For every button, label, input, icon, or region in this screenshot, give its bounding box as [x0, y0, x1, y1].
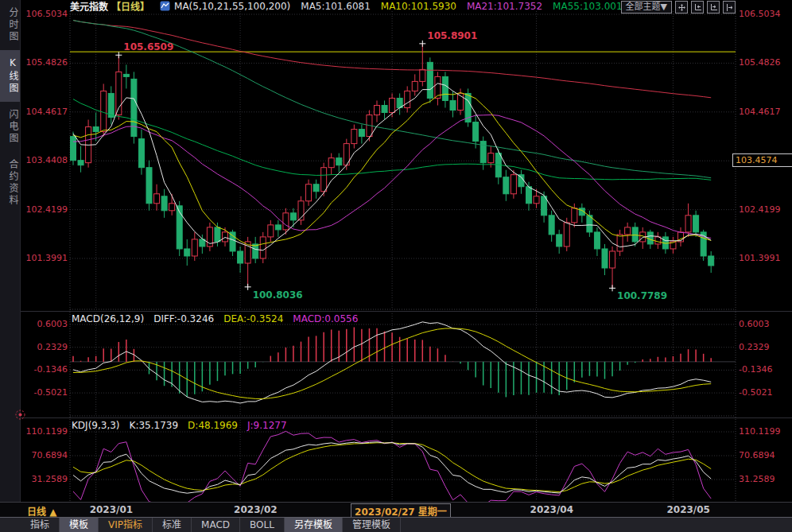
- x-axis-label: 2023/04: [530, 504, 573, 515]
- y-axis-label: 110.1199: [21, 426, 68, 437]
- sidebar-item-kline-chart[interactable]: K线图: [0, 50, 20, 102]
- y-axis-label: 101.3991: [739, 253, 790, 264]
- y-axis-label: 106.5034: [21, 9, 68, 20]
- price-annotation: 105.8901: [427, 30, 477, 41]
- ma-chart-icon: [160, 1, 170, 11]
- x-axis-label: 2023/05: [666, 504, 709, 515]
- crosshair-move-icon[interactable]: [675, 1, 688, 14]
- chart-toolbar: 全部主题▼: [621, 1, 736, 14]
- y-axis-label: -0.1346: [739, 364, 790, 375]
- panel-divider: [20, 311, 792, 312]
- y-axis-label: -0.1346: [21, 364, 68, 375]
- y-axis-label: 104.4617: [21, 107, 68, 118]
- indicator-settings-icon[interactable]: [14, 409, 26, 424]
- y-axis-label: 105.4826: [21, 57, 68, 68]
- tab-macd[interactable]: MACD: [192, 518, 240, 532]
- pan-right-icon[interactable]: [723, 1, 736, 14]
- y-axis-label: 102.4199: [739, 204, 790, 216]
- sidebar-item-time-chart[interactable]: 分时图: [0, 0, 20, 50]
- kdj-params-label: KDJ(9,3,3): [72, 420, 120, 431]
- tab-indicators[interactable]: 指标: [21, 518, 60, 532]
- period-arrow-icon: ▲: [49, 507, 56, 518]
- price-readout-box: 103.4574: [732, 153, 792, 167]
- y-axis-label: 103.4408: [21, 155, 68, 166]
- macd-header: MACD(26,12,9) DIFF:-0.3246 DEA:-0.3524 M…: [72, 313, 358, 324]
- kdj-j-value: J:9.1277: [247, 420, 287, 431]
- ma21-value: MA21:101.7352: [467, 1, 542, 12]
- theme-dropdown[interactable]: 全部主题▼: [621, 1, 672, 14]
- y-axis-label: 106.5034: [739, 9, 790, 20]
- chart-type-sidebar: 分时图 K线图 闪电图 合约资料: [0, 0, 21, 502]
- tab-vip-indicators[interactable]: VIP指标: [99, 518, 153, 532]
- ma10-value: MA10:101.5930: [381, 1, 456, 12]
- price-annotation: 105.6509: [123, 41, 173, 52]
- chart-canvas[interactable]: [0, 0, 792, 532]
- y-axis-label: 70.6894: [739, 450, 790, 461]
- macd-params-label: MACD(26,12,9): [72, 313, 144, 324]
- ma-params-label: MA(5,10,21,55,100,200): [174, 1, 290, 12]
- main-legend: 美元指数 【日线】 MA(5,10,21,55,100,200) MA5:101…: [70, 0, 623, 12]
- y-axis-label: 0.2329: [21, 342, 68, 353]
- sidebar-item-lightning-chart[interactable]: 闪电图: [0, 102, 20, 152]
- y-axis-label: 0.2329: [739, 342, 790, 353]
- tab-boll[interactable]: BOLL: [240, 518, 285, 532]
- tab-save-template[interactable]: 另存模板: [285, 518, 343, 532]
- y-axis-label: 31.2589: [21, 474, 68, 485]
- ma5-value: MA5:101.6081: [301, 1, 371, 12]
- price-annotation: 100.8036: [253, 289, 303, 301]
- y-axis-label: -0.5021: [21, 387, 68, 398]
- tab-standard[interactable]: 标准: [153, 518, 192, 532]
- y-axis-label: 104.4617: [739, 107, 790, 118]
- kdj-header: KDJ(9,3,3) K:35.1739 D:48.1969 J:9.1277: [72, 420, 287, 431]
- y-axis-label: 102.4199: [21, 204, 68, 216]
- y-axis-label: 70.6894: [21, 450, 68, 461]
- y-axis-label: 0.6003: [739, 319, 790, 330]
- compress-left-icon[interactable]: [691, 1, 704, 14]
- expand-right-icon[interactable]: [707, 1, 720, 14]
- symbol-title: 美元指数: [70, 0, 108, 13]
- ma55-value: MA55:103.001: [553, 1, 623, 12]
- period-selector[interactable]: 日线 ▲: [27, 504, 56, 518]
- trading-app-window: 分时图 K线图 闪电图 合约资料 美元指数 【日线】 MA(5,10,21,55…: [0, 0, 792, 532]
- x-axis-label: 2023/02: [234, 504, 277, 515]
- macd-dea-value: DEA:-0.3524: [223, 313, 283, 324]
- tab-templates[interactable]: 模板: [60, 518, 99, 532]
- period-badge: 【日线】: [111, 0, 149, 13]
- panel-divider: [20, 417, 792, 418]
- kdj-k-value: K:35.1739: [130, 420, 179, 431]
- price-annotation: 100.7789: [617, 290, 667, 301]
- y-axis-label: 31.2589: [739, 474, 790, 485]
- macd-diff-value: DIFF:-0.3246: [153, 313, 214, 324]
- y-axis-label: -0.5021: [739, 387, 790, 398]
- indicator-tab-bar: 指标 模板 VIP指标 标准 MACD BOLL 另存模板 管理模板: [0, 517, 792, 532]
- y-axis-label: 105.4826: [739, 57, 790, 68]
- y-axis-label: 0.6003: [21, 319, 68, 330]
- tab-manage-templates[interactable]: 管理模板: [343, 518, 401, 532]
- kdj-d-value: D:48.1969: [188, 420, 238, 431]
- y-axis-label: 110.1199: [739, 426, 790, 437]
- x-axis-label: 2023/01: [90, 504, 133, 515]
- sidebar-item-contract-info[interactable]: 合约资料: [0, 152, 20, 214]
- x-axis-row: 日线 ▲ 2023/01 2023/02 2023/02/27 星期一 2023…: [0, 502, 792, 518]
- y-axis-label: 101.3991: [21, 253, 68, 264]
- macd-macd-value: MACD:0.0556: [293, 313, 358, 324]
